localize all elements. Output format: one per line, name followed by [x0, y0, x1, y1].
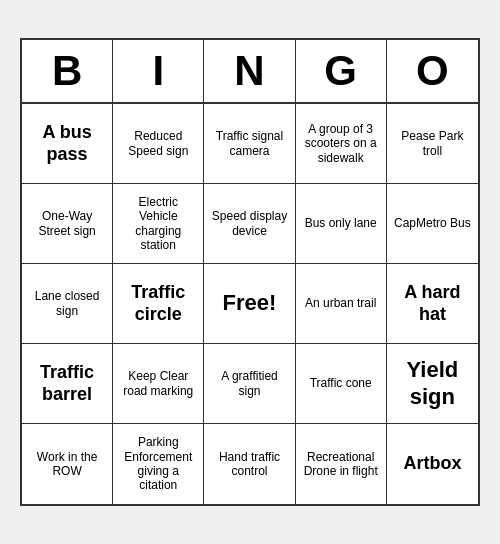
bingo-header: BINGO [22, 40, 478, 104]
bingo-cell-5: One-Way Street sign [22, 184, 113, 264]
bingo-letter-i: I [113, 40, 204, 102]
bingo-cell-17: A graffitied sign [204, 344, 295, 424]
bingo-letter-b: B [22, 40, 113, 102]
bingo-letter-o: O [387, 40, 478, 102]
bingo-card: BINGO A bus passReduced Speed signTraffi… [20, 38, 480, 506]
bingo-cell-16: Keep Clear road marking [113, 344, 204, 424]
bingo-cell-7: Speed display device [204, 184, 295, 264]
bingo-grid: A bus passReduced Speed signTraffic sign… [22, 104, 478, 504]
bingo-cell-11: Traffic circle [113, 264, 204, 344]
bingo-cell-18: Traffic cone [296, 344, 387, 424]
bingo-cell-19: Yield sign [387, 344, 478, 424]
bingo-cell-15: Traffic barrel [22, 344, 113, 424]
bingo-letter-g: G [296, 40, 387, 102]
bingo-cell-21: Parking Enforcement giving a citation [113, 424, 204, 504]
bingo-cell-14: A hard hat [387, 264, 478, 344]
bingo-cell-13: An urban trail [296, 264, 387, 344]
bingo-cell-22: Hand traffic control [204, 424, 295, 504]
bingo-cell-24: Artbox [387, 424, 478, 504]
bingo-cell-10: Lane closed sign [22, 264, 113, 344]
bingo-cell-12: Free! [204, 264, 295, 344]
bingo-cell-8: Bus only lane [296, 184, 387, 264]
bingo-cell-23: Recreational Drone in flight [296, 424, 387, 504]
bingo-cell-6: Electric Vehicle charging station [113, 184, 204, 264]
bingo-cell-2: Traffic signal camera [204, 104, 295, 184]
bingo-cell-9: CapMetro Bus [387, 184, 478, 264]
bingo-cell-0: A bus pass [22, 104, 113, 184]
bingo-cell-20: Work in the ROW [22, 424, 113, 504]
bingo-letter-n: N [204, 40, 295, 102]
bingo-cell-3: A group of 3 scooters on a sidewalk [296, 104, 387, 184]
bingo-cell-1: Reduced Speed sign [113, 104, 204, 184]
bingo-cell-4: Pease Park troll [387, 104, 478, 184]
